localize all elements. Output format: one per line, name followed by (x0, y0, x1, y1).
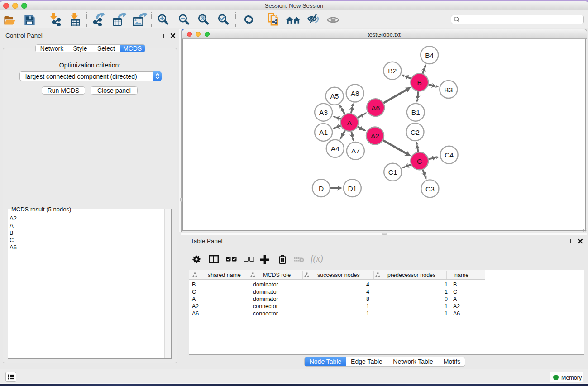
svg-text:C3: C3 (425, 185, 435, 193)
svg-text:C2: C2 (411, 129, 420, 136)
svg-text:A6: A6 (371, 104, 380, 112)
svg-text:D1: D1 (348, 185, 357, 192)
svg-text:B1: B1 (411, 109, 420, 116)
svg-text:A8: A8 (351, 90, 359, 97)
svg-text:A5: A5 (330, 92, 339, 100)
svg-text:A: A (347, 119, 352, 127)
svg-text:A2: A2 (371, 132, 379, 140)
svg-text:C1: C1 (388, 168, 397, 176)
svg-text:B: B (417, 79, 422, 86)
svg-text:B2: B2 (388, 67, 397, 75)
svg-text:C4: C4 (445, 151, 454, 159)
svg-text:A7: A7 (351, 147, 360, 155)
svg-text:C: C (417, 157, 422, 165)
svg-text:D: D (319, 185, 324, 192)
svg-text:A1: A1 (319, 129, 328, 136)
svg-text:B4: B4 (425, 52, 434, 59)
svg-text:A4: A4 (331, 145, 339, 152)
svg-text:B3: B3 (444, 86, 453, 94)
svg-text:A3: A3 (319, 109, 328, 116)
